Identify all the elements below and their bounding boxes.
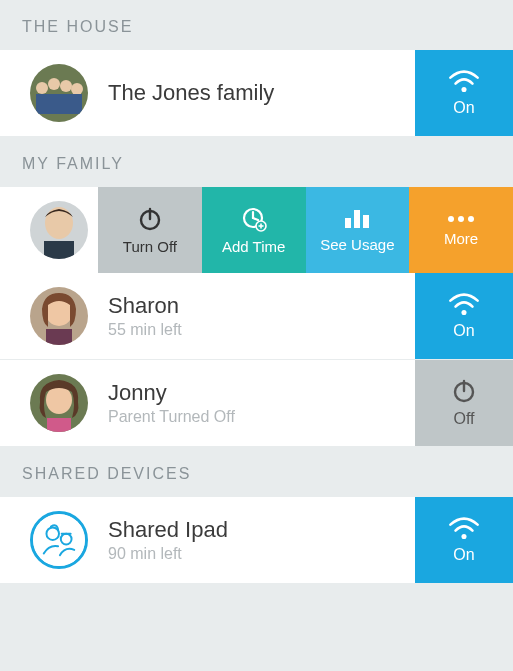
family-row-text: Sharon 55 min left [108,293,415,339]
clock-add-icon [241,206,267,232]
svg-point-29 [46,386,72,414]
avatar-family-0[interactable] [30,201,88,259]
action-add-time[interactable]: Add Time [202,187,306,273]
svg-point-3 [60,80,72,92]
family-member-row[interactable]: Sharon 55 min left On [0,273,513,360]
family-title: Jonny [108,380,415,406]
svg-point-4 [71,83,83,95]
svg-point-23 [468,216,474,222]
avatar-house [30,64,88,122]
house-row-text: The Jones family [108,80,415,106]
bar-chart-icon [343,208,371,230]
family-sub: 55 min left [108,321,415,339]
house-status-button[interactable]: On [415,50,513,136]
svg-point-36 [461,534,466,539]
family-status-button[interactable]: On [415,273,513,359]
avatar-shared-0 [30,511,88,569]
family-sub: Parent Turned Off [108,408,415,426]
house-title: The Jones family [108,80,415,106]
svg-point-27 [461,310,466,315]
more-icon [446,214,476,224]
action-see-usage-label: See Usage [320,236,394,253]
family-member-row[interactable]: Jonny Parent Turned Off Off [0,360,513,447]
shared-status-label: On [453,546,474,564]
power-icon [451,378,477,404]
avatar-family-1 [30,287,88,345]
svg-point-1 [36,82,48,94]
family-title: Sharon [108,293,415,319]
house-row[interactable]: The Jones family On [0,50,513,137]
shared-device-row[interactable]: Shared Ipad 90 min left On [0,497,513,584]
svg-point-6 [461,87,466,92]
svg-rect-30 [47,418,71,432]
action-turn-off[interactable]: Turn Off [98,187,202,273]
section-header-shared: SHARED DEVICES [0,447,513,497]
wifi-icon [447,69,481,93]
svg-point-33 [33,514,85,566]
svg-rect-26 [46,329,72,345]
house-status-label: On [453,99,474,117]
svg-point-2 [48,78,60,90]
shared-row-text: Shared Ipad 90 min left [108,517,415,563]
wifi-icon [447,292,481,316]
family-status-button[interactable]: Off [415,360,513,446]
family-row-text: Jonny Parent Turned Off [108,380,415,426]
action-turn-off-label: Turn Off [123,238,177,255]
family-status-label: On [453,322,474,340]
avatar-family-2 [30,374,88,432]
power-icon [137,206,163,232]
svg-rect-19 [354,210,360,228]
shared-status-button[interactable]: On [415,497,513,583]
svg-rect-5 [36,94,82,114]
action-see-usage[interactable]: See Usage [306,187,410,273]
svg-point-21 [448,216,454,222]
action-more-label: More [444,230,478,247]
svg-point-8 [45,207,73,239]
shared-title: Shared Ipad [108,517,415,543]
svg-rect-18 [345,218,351,228]
section-header-house: THE HOUSE [0,0,513,50]
section-header-family: MY FAMILY [0,137,513,187]
svg-line-14 [253,218,258,220]
family-member-row-expanded: Turn Off Add Time See Usage More [0,187,513,273]
action-add-time-label: Add Time [222,238,285,255]
svg-rect-20 [363,215,369,228]
shared-sub: 90 min left [108,545,415,563]
family-status-label: Off [453,410,474,428]
wifi-icon [447,516,481,540]
svg-rect-9 [44,241,74,259]
action-more[interactable]: More [409,187,513,273]
svg-point-22 [458,216,464,222]
